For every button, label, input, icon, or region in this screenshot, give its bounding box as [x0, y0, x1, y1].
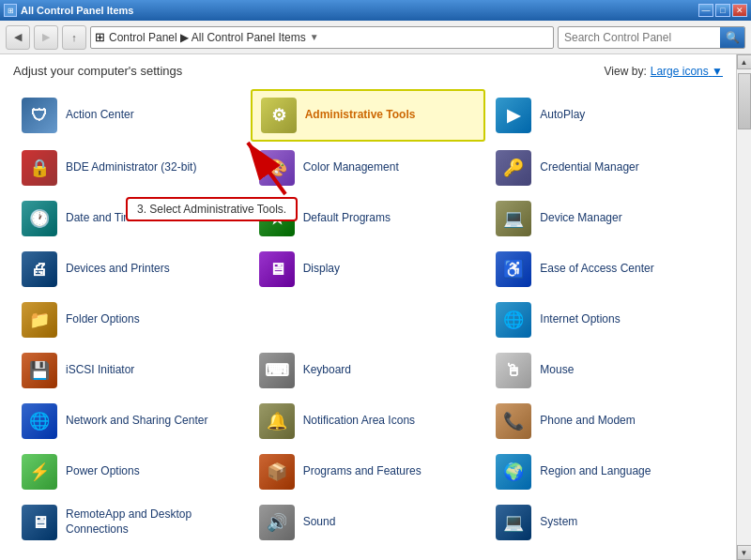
display-label: Display [303, 262, 340, 277]
title-bar: ⊞ All Control Panel Items — □ ✕ [0, 0, 751, 21]
item-remoteapp[interactable]: 🖥 RemoteApp and Desktop Connections [13, 498, 249, 547]
autoplay-label: AutoPlay [540, 108, 585, 123]
item-placeholder-1 [251, 295, 486, 344]
item-mouse[interactable]: 🖱 Mouse [487, 346, 723, 395]
item-power[interactable]: ⚡ Power Options [13, 447, 249, 496]
programs-icon: 📦 [258, 453, 296, 491]
admin-tools-icon: ⚙ [260, 97, 298, 134]
item-system[interactable]: 💻 System [487, 498, 723, 547]
page-header: Adjust your computer's settings View by:… [13, 64, 723, 78]
programs-label: Programs and Features [303, 464, 421, 479]
address-arrow: ▼ [310, 32, 319, 42]
network-icon: 🌐 [21, 402, 58, 440]
item-internet-options[interactable]: 🌐 Internet Options [487, 295, 723, 344]
back-button[interactable]: ◀ [6, 25, 30, 50]
phone-icon: 📞 [495, 402, 532, 440]
keyboard-icon: ⌨ [258, 352, 296, 389]
devices-label: Devices and Printers [66, 262, 170, 277]
up-button[interactable]: ↑ [62, 25, 86, 50]
annotation-text: 3. Select Administrative Tools. [137, 203, 286, 216]
folder-icon: 📁 [21, 301, 58, 339]
address-bar: ◀ ▶ ↑ ⊞ Control Panel ▶ All Control Pane… [0, 21, 751, 54]
item-bde-admin[interactable]: 🔒 BDE Administrator (32-bit) [13, 144, 249, 192]
item-folder-options[interactable]: 📁 Folder Options [13, 295, 249, 344]
display-icon: 🖥 [258, 250, 296, 288]
default-label: Default Programs [303, 211, 391, 226]
notification-label: Notification Area Icons [303, 414, 415, 429]
search-box[interactable]: 🔍 [558, 26, 745, 49]
scrollbar: ▲ ▼ [736, 54, 751, 560]
internet-icon: 🌐 [495, 301, 532, 339]
maximize-button[interactable]: □ [715, 4, 730, 17]
bde-icon: 🔒 [21, 149, 58, 187]
view-by-value[interactable]: Large icons ▼ [651, 65, 723, 78]
content-area: Adjust your computer's settings View by:… [0, 54, 736, 560]
close-button[interactable]: ✕ [732, 4, 747, 17]
item-iscsi[interactable]: 💾 iSCSI Initiator [13, 346, 249, 395]
item-sound[interactable]: 🔊 Sound [251, 498, 486, 547]
sound-label: Sound [303, 515, 336, 530]
item-keyboard[interactable]: ⌨ Keyboard [251, 346, 486, 395]
main-area: Adjust your computer's settings View by:… [0, 54, 751, 560]
admin-tools-label: Administrative Tools [305, 108, 416, 123]
system-icon: 💻 [495, 504, 532, 541]
window-title: All Control Panel Items [21, 5, 133, 16]
view-by-label: View by: [605, 65, 647, 78]
item-programs[interactable]: 📦 Programs and Features [251, 447, 486, 496]
internet-label: Internet Options [540, 312, 620, 327]
system-label: System [540, 515, 577, 530]
item-action-center[interactable]: 🛡 Action Center [13, 89, 249, 142]
item-network[interactable]: 🌐 Network and Sharing Center [13, 397, 249, 446]
item-autoplay[interactable]: ▶ AutoPlay [487, 89, 723, 142]
autoplay-icon: ▶ [495, 97, 532, 134]
window-icon: ⊞ [4, 4, 17, 17]
bde-label: BDE Administrator (32-bit) [66, 160, 196, 175]
annotation-box: 3. Select Administrative Tools. [126, 197, 298, 221]
folder-label: Folder Options [66, 312, 140, 327]
item-notification[interactable]: 🔔 Notification Area Icons [251, 397, 486, 446]
item-admin-tools[interactable]: ⚙ Administrative Tools [251, 89, 486, 142]
remote-label: RemoteApp and Desktop Connections [66, 507, 241, 537]
iscsi-label: iSCSI Initiator [66, 363, 134, 378]
items-grid: 🛡 Action Center ⚙ Administrative Tools ▶… [13, 89, 723, 547]
region-label: Region and Language [540, 464, 651, 479]
credential-icon: 🔑 [495, 149, 532, 187]
search-input[interactable] [559, 31, 720, 44]
item-phone-modem[interactable]: 📞 Phone and Modem [487, 397, 723, 446]
mouse-label: Mouse [540, 363, 574, 378]
minimize-button[interactable]: — [698, 4, 713, 17]
item-color-mgmt[interactable]: 🎨 Color Management [251, 144, 486, 192]
view-by-control: View by: Large icons ▼ [605, 65, 723, 78]
item-region[interactable]: 🌍 Region and Language [487, 447, 723, 496]
ease-label: Ease of Access Center [540, 262, 653, 277]
scroll-track[interactable] [737, 69, 751, 545]
search-button[interactable]: 🔍 [720, 26, 744, 49]
item-display[interactable]: 🖥 Display [251, 245, 486, 294]
item-devices-printers[interactable]: 🖨 Devices and Printers [13, 245, 249, 294]
scroll-up-button[interactable]: ▲ [737, 54, 752, 69]
scroll-thumb[interactable] [738, 73, 751, 129]
phone-label: Phone and Modem [540, 414, 635, 429]
device-label: Device Manager [540, 211, 621, 226]
keyboard-label: Keyboard [303, 363, 351, 378]
forward-button[interactable]: ▶ [34, 25, 58, 50]
address-icon: ⊞ [95, 30, 105, 44]
notification-icon: 🔔 [258, 402, 296, 440]
datetime-icon: 🕐 [21, 200, 58, 237]
action-center-label: Action Center [66, 108, 134, 123]
devices-icon: 🖨 [21, 250, 58, 288]
item-credential[interactable]: 🔑 Credential Manager [487, 144, 723, 192]
item-device-manager[interactable]: 💻 Device Manager [487, 194, 723, 243]
color-icon: 🎨 [258, 149, 296, 187]
ease-icon: ♿ [495, 250, 532, 288]
device-icon: 💻 [495, 200, 532, 237]
address-combo[interactable]: ⊞ Control Panel ▶ All Control Panel Item… [90, 26, 554, 49]
credential-label: Credential Manager [540, 160, 638, 175]
window-controls: — □ ✕ [698, 4, 747, 17]
power-label: Power Options [66, 464, 140, 479]
scroll-down-button[interactable]: ▼ [737, 545, 752, 560]
item-ease-access[interactable]: ♿ Ease of Access Center [487, 245, 723, 294]
network-label: Network and Sharing Center [66, 414, 207, 429]
page-title: Adjust your computer's settings [13, 64, 182, 78]
power-icon: ⚡ [21, 453, 58, 491]
